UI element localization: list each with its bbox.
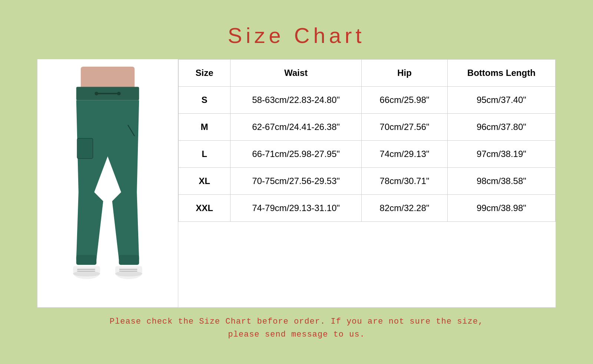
table-row: S 58-63cm/22.83-24.80" 66cm/25.98" 95cm/… bbox=[179, 87, 556, 114]
image-section bbox=[37, 59, 178, 307]
chart-title: Size Chart bbox=[37, 23, 556, 48]
cell-length: 96cm/37.80" bbox=[447, 114, 555, 141]
size-table-section: Size Waist Hip Bottoms Length S 58-63cm/… bbox=[178, 59, 556, 307]
cell-length: 99cm/38.98" bbox=[447, 195, 555, 222]
svg-rect-0 bbox=[81, 67, 135, 89]
cell-hip: 82cm/32.28" bbox=[361, 195, 447, 222]
size-table: Size Waist Hip Bottoms Length S 58-63cm/… bbox=[178, 59, 556, 222]
chart-title-row: Size Chart bbox=[37, 23, 556, 48]
table-row: XXL 74-79cm/29.13-31.10" 82cm/32.28" 99c… bbox=[179, 195, 556, 222]
svg-rect-7 bbox=[76, 255, 96, 265]
footer-line2: please send message to us. bbox=[37, 328, 556, 341]
col-header-size: Size bbox=[179, 60, 231, 87]
table-row: XL 70-75cm/27.56-29.53" 78cm/30.71" 98cm… bbox=[179, 168, 556, 195]
table-row: M 62-67cm/24.41-26.38" 70cm/27.56" 96cm/… bbox=[179, 114, 556, 141]
cell-size: S bbox=[179, 87, 231, 114]
cell-hip: 74cm/29.13" bbox=[361, 141, 447, 168]
svg-point-13 bbox=[73, 271, 100, 277]
main-content: Size Waist Hip Bottoms Length S 58-63cm/… bbox=[37, 59, 556, 308]
cell-waist: 66-71cm/25.98-27.95" bbox=[231, 141, 362, 168]
cell-waist: 74-79cm/29.13-31.10" bbox=[231, 195, 362, 222]
cell-length: 95cm/37.40" bbox=[447, 87, 555, 114]
col-header-length: Bottoms Length bbox=[447, 60, 555, 87]
cell-size: XL bbox=[179, 168, 231, 195]
cell-size: XXL bbox=[179, 195, 231, 222]
cell-size: M bbox=[179, 114, 231, 141]
size-chart-container: Size Chart bbox=[22, 12, 571, 352]
col-header-waist: Waist bbox=[231, 60, 362, 87]
svg-point-4 bbox=[117, 92, 121, 96]
table-header-row: Size Waist Hip Bottoms Length bbox=[179, 60, 556, 87]
cell-length: 98cm/38.58" bbox=[447, 168, 555, 195]
cell-waist: 58-63cm/22.83-24.80" bbox=[231, 87, 362, 114]
cell-waist: 62-67cm/24.41-26.38" bbox=[231, 114, 362, 141]
table-row: L 66-71cm/25.98-27.95" 74cm/29.13" 97cm/… bbox=[179, 141, 556, 168]
cell-hip: 66cm/25.98" bbox=[361, 87, 447, 114]
cell-size: L bbox=[179, 141, 231, 168]
svg-rect-5 bbox=[77, 138, 93, 158]
svg-rect-8 bbox=[119, 255, 139, 265]
svg-point-14 bbox=[115, 271, 142, 277]
svg-point-3 bbox=[95, 92, 98, 96]
cell-hip: 70cm/27.56" bbox=[361, 114, 447, 141]
cell-hip: 78cm/30.71" bbox=[361, 168, 447, 195]
footer-text: Please check the Size Chart before order… bbox=[37, 315, 556, 341]
cell-length: 97cm/38.19" bbox=[447, 141, 555, 168]
footer-line1: Please check the Size Chart before order… bbox=[37, 315, 556, 328]
col-header-hip: Hip bbox=[361, 60, 447, 87]
cell-waist: 70-75cm/27.56-29.53" bbox=[231, 168, 362, 195]
pants-illustration bbox=[45, 67, 170, 300]
